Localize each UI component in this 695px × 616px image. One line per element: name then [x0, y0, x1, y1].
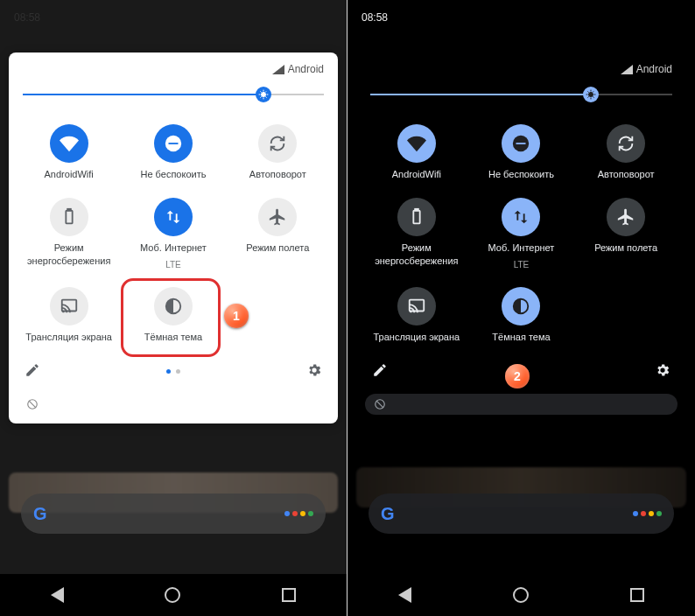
- tile-label: AndroidWifi: [45, 168, 94, 180]
- dnd-icon[interactable]: [154, 124, 193, 163]
- tile-battery-saver[interactable]: Режим энергосбережения: [367, 198, 467, 269]
- signal-icon: [621, 65, 633, 74]
- marker-2: 2: [505, 364, 530, 388]
- wifi-icon[interactable]: [50, 124, 88, 163]
- tile-label: Режим полета: [594, 242, 657, 254]
- tile-autorotate[interactable]: Автоповорот: [228, 124, 327, 180]
- nav-recents-icon[interactable]: [630, 588, 644, 602]
- airplane-icon[interactable]: [258, 198, 297, 236]
- tile-cast[interactable]: Трансляция экрана: [367, 287, 467, 343]
- tile-wifi[interactable]: AndroidWifi: [19, 124, 118, 180]
- carrier-label: Android: [288, 63, 324, 75]
- notif-icon: [26, 398, 39, 410]
- tile-wifi[interactable]: AndroidWifi: [367, 124, 467, 180]
- quick-settings-panel: Android AndroidWifi Не беспокоить Автопо…: [356, 52, 686, 424]
- status-bar: 08:58: [0, 0, 347, 35]
- search-bar[interactable]: G: [21, 494, 326, 534]
- svg-rect-3: [67, 209, 71, 211]
- tile-mobile-data[interactable]: Моб. Интернет LTE: [123, 198, 222, 269]
- phone-light: 08:58 Android AndroidWifi Не беспокоить: [0, 0, 348, 616]
- tile-dark-theme[interactable]: Тёмная тема: [123, 287, 222, 343]
- assistant-icon[interactable]: [633, 511, 662, 516]
- search-bar[interactable]: G: [369, 494, 674, 534]
- tile-dark-theme[interactable]: Тёмная тема: [472, 287, 572, 343]
- nav-home-icon[interactable]: [165, 587, 180, 603]
- svg-rect-8: [516, 143, 526, 144]
- phone-dark: 08:58 Android AndroidWifi Не беспокоить: [348, 0, 695, 616]
- tile-sublabel: LTE: [165, 260, 181, 270]
- settings-button[interactable]: [306, 362, 322, 382]
- status-bar: 08:58: [348, 0, 695, 35]
- tile-cast[interactable]: Трансляция экрана: [19, 287, 118, 343]
- notification-row[interactable]: [18, 394, 329, 415]
- tile-label: Тёмная тема: [144, 331, 202, 343]
- tile-label: Режим полета: [246, 242, 309, 254]
- tile-label: Трансляция экрана: [25, 331, 112, 343]
- mobile-data-icon[interactable]: [154, 198, 193, 236]
- marker-1: 1: [224, 304, 249, 328]
- nav-bar: [0, 574, 347, 616]
- quick-settings-panel: Android AndroidWifi Не беспокоить Автопо…: [9, 52, 338, 424]
- carrier-label: Android: [636, 63, 672, 75]
- tile-label: Моб. Интернет: [140, 242, 207, 254]
- nav-home-icon[interactable]: [513, 587, 529, 603]
- tiles-grid: AndroidWifi Не беспокоить Автоповорот Ре…: [18, 119, 329, 352]
- svg-rect-10: [415, 209, 418, 211]
- google-logo-icon: G: [33, 504, 47, 524]
- tile-label: Автоповорот: [249, 168, 306, 180]
- svg-rect-1: [168, 143, 178, 144]
- nav-recents-icon[interactable]: [282, 588, 296, 602]
- airplane-icon[interactable]: [607, 198, 645, 236]
- tile-mobile-data[interactable]: Моб. Интернет LTE: [472, 198, 572, 269]
- brightness-slider[interactable]: [370, 84, 672, 105]
- battery-icon[interactable]: [50, 198, 88, 236]
- rotate-icon[interactable]: [258, 124, 297, 163]
- svg-rect-9: [413, 211, 419, 224]
- nav-bar: [348, 574, 695, 616]
- clock: 08:58: [14, 11, 40, 24]
- tile-autorotate[interactable]: Автоповорот: [576, 124, 676, 180]
- edit-button[interactable]: [372, 362, 388, 382]
- brightness-thumb[interactable]: [583, 87, 599, 102]
- tile-airplane[interactable]: Режим полета: [576, 198, 676, 269]
- notification-row[interactable]: [365, 394, 677, 415]
- page-indicator: [166, 369, 180, 374]
- tile-label: AndroidWifi: [392, 168, 441, 180]
- mobile-data-icon[interactable]: [502, 198, 540, 236]
- rotate-icon[interactable]: [607, 124, 645, 163]
- cast-icon[interactable]: [397, 287, 436, 326]
- battery-icon[interactable]: [397, 198, 436, 236]
- assistant-icon[interactable]: [284, 511, 313, 516]
- tile-label: Трансляция экрана: [374, 331, 460, 343]
- notif-icon: [374, 398, 386, 410]
- tile-battery-saver[interactable]: Режим энергосбережения: [19, 198, 118, 269]
- tile-dnd[interactable]: Не беспокоить: [472, 124, 572, 180]
- signal-icon: [272, 65, 284, 74]
- dnd-icon[interactable]: [502, 124, 540, 163]
- brightness-thumb[interactable]: [256, 87, 271, 102]
- dark-theme-icon[interactable]: [502, 287, 540, 326]
- clock: 08:58: [362, 11, 388, 24]
- tile-sublabel: LTE: [514, 260, 530, 270]
- tile-label: Режим энергосбережения: [20, 242, 118, 267]
- tile-label: Не беспокоить: [488, 168, 554, 180]
- tile-label: Не беспокоить: [141, 168, 207, 180]
- nav-back-icon[interactable]: [51, 587, 64, 603]
- status-row: Android: [365, 63, 677, 84]
- svg-rect-2: [66, 211, 72, 224]
- tile-label: Тёмная тема: [492, 331, 550, 343]
- tile-label: Моб. Интернет: [488, 242, 555, 254]
- tile-airplane[interactable]: Режим полета: [228, 198, 327, 269]
- tile-label: Автоповорот: [598, 168, 655, 180]
- wifi-icon[interactable]: [397, 124, 436, 163]
- settings-button[interactable]: [655, 362, 670, 382]
- panel-footer: [18, 352, 329, 388]
- brightness-slider[interactable]: [23, 84, 324, 105]
- cast-icon[interactable]: [50, 287, 88, 326]
- google-logo-icon: G: [381, 504, 395, 524]
- edit-button[interactable]: [25, 362, 40, 382]
- nav-back-icon[interactable]: [398, 587, 411, 603]
- dark-theme-icon[interactable]: [154, 287, 193, 326]
- status-row: Android: [18, 63, 329, 84]
- tile-dnd[interactable]: Не беспокоить: [123, 124, 222, 180]
